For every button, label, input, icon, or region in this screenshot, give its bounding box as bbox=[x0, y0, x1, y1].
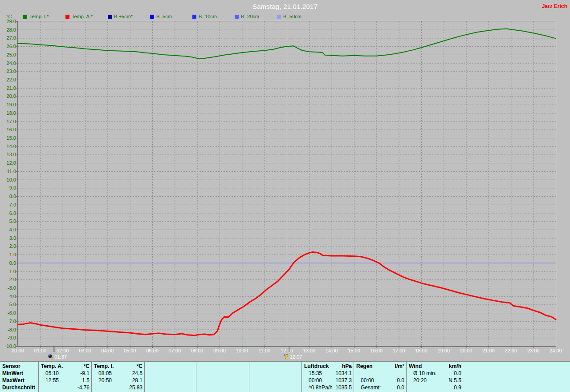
stats-filler bbox=[463, 362, 570, 392]
stats-column-temp-a: Temp. A.°C05:10-9.112:551.5-4.76 bbox=[39, 362, 92, 392]
stats-cell-time: 20:20 bbox=[407, 377, 427, 384]
stats-cell-time: 15:35 bbox=[302, 370, 322, 377]
y-tick-label: -4.0 bbox=[0, 294, 16, 299]
y-tick-label: 12.0 bbox=[0, 160, 16, 166]
stats-row-label: Sensor bbox=[0, 363, 38, 370]
stats-cell-time bbox=[39, 384, 45, 391]
stats-cell-value bbox=[247, 370, 249, 377]
stats-cell-value: 1.5 bbox=[82, 377, 91, 384]
stats-cell-value bbox=[247, 384, 249, 391]
x-tick-label: 14:00 bbox=[322, 348, 342, 354]
y-tick-label: 20.0 bbox=[0, 93, 16, 99]
stats-cell-value bbox=[194, 370, 196, 377]
y-tick-label: 24.0 bbox=[0, 61, 16, 66]
x-tick-label: 10:00 bbox=[232, 348, 252, 354]
y-tick-label: -2.0 bbox=[0, 277, 16, 283]
stats-cell-value: 28.1 bbox=[132, 377, 144, 384]
stats-col-unit bbox=[247, 363, 249, 370]
stats-col-unit bbox=[194, 363, 196, 370]
moonset-time-label: 12:07 bbox=[290, 354, 302, 360]
stats-column-temp-i: Temp. I.°C08:0524.520:5028.125.83 bbox=[92, 362, 145, 392]
y-tick-label: 25.0 bbox=[0, 52, 16, 58]
x-tick-label: 19:00 bbox=[434, 348, 453, 354]
stats-col-name bbox=[196, 363, 199, 370]
stats-cell-value bbox=[194, 377, 196, 384]
stats-col-unit: °C bbox=[137, 363, 144, 370]
stats-cell-value bbox=[194, 384, 196, 391]
stats-col-unit: km/h bbox=[449, 363, 463, 370]
y-tick-label: -1.0 bbox=[0, 269, 16, 275]
y-tick-label: 8.0 bbox=[0, 194, 16, 199]
stats-cell-time: ^0.8hPa/h bbox=[302, 384, 333, 391]
stats-cell-time: 00:00 bbox=[354, 377, 374, 384]
stats-column-empty-3 bbox=[196, 362, 249, 392]
stats-column-regen: Regenl/m²00:000.0Gesamt:0.0 bbox=[354, 362, 407, 392]
moonrise-time-label: 01:37 bbox=[54, 354, 67, 360]
stats-cell-value bbox=[300, 384, 301, 391]
stats-col-name bbox=[145, 363, 147, 370]
stats-cell-value: 25.83 bbox=[129, 384, 144, 391]
y-tick-label: 18.0 bbox=[0, 110, 16, 116]
stats-column-empty-2 bbox=[145, 362, 196, 392]
stats-col-unit: °C bbox=[84, 363, 91, 370]
y-tick-label: 17.0 bbox=[0, 119, 16, 125]
x-tick-label: 24:00 bbox=[546, 348, 566, 354]
stats-cell-value bbox=[300, 377, 301, 384]
x-tick-label: 06:00 bbox=[142, 348, 162, 354]
stats-cell-time bbox=[145, 384, 151, 391]
stats-cell-time bbox=[145, 370, 151, 377]
stats-row-label: Durchschnitt bbox=[0, 384, 38, 391]
stats-cell-value: 1037.3 bbox=[335, 377, 354, 384]
stats-col-unit bbox=[300, 363, 301, 370]
y-tick-label: 27.0 bbox=[0, 35, 16, 41]
stats-cell-time: 12:55 bbox=[39, 377, 59, 384]
y-tick-label: 2.0 bbox=[0, 243, 16, 249]
stats-cell-value bbox=[247, 377, 249, 384]
stats-cell-value: N 5.5 bbox=[448, 377, 463, 384]
stats-cell-value bbox=[404, 370, 406, 377]
moonrise-icon bbox=[48, 353, 53, 359]
stats-cell-time bbox=[196, 370, 203, 377]
stats-cell-value: 1034.1 bbox=[335, 370, 354, 377]
stats-col-unit: hPa bbox=[342, 363, 354, 370]
y-tick-label: -8.0 bbox=[0, 327, 16, 333]
x-tick-label: 01:00 bbox=[30, 348, 50, 354]
stats-cell-value: -9.1 bbox=[80, 370, 91, 377]
stats-cell-value: 0.9 bbox=[454, 384, 463, 391]
stats-cell-time bbox=[407, 384, 413, 391]
stats-col-name: Temp. I. bbox=[92, 363, 114, 370]
stats-cell-time: 20:50 bbox=[92, 377, 112, 384]
x-tick-label: 23:00 bbox=[524, 348, 543, 354]
stats-row-labels-column: SensorMinWertMaxWertDurchschnitt bbox=[0, 362, 39, 392]
x-tick-label: 18:00 bbox=[411, 348, 431, 354]
stats-cell-time bbox=[145, 377, 151, 384]
stats-col-name: Temp. A. bbox=[39, 363, 63, 370]
y-tick-label: 9.0 bbox=[0, 185, 16, 191]
x-tick-label: 15:00 bbox=[344, 348, 364, 354]
y-tick-label: 6.0 bbox=[0, 210, 16, 216]
stats-cell-time: 05:10 bbox=[39, 370, 59, 377]
y-tick-label: 26.0 bbox=[0, 44, 16, 49]
y-tick-label: 14.0 bbox=[0, 144, 16, 150]
stats-cell-value: 0.0 bbox=[397, 384, 406, 391]
stats-row-label: MinWert bbox=[0, 370, 38, 377]
stats-cell-time bbox=[249, 384, 256, 391]
moonset-icon bbox=[284, 353, 289, 359]
x-tick-label: 20:00 bbox=[456, 348, 476, 354]
x-tick-label: 09:00 bbox=[210, 348, 229, 354]
x-tick-label: 00:00 bbox=[8, 348, 28, 354]
x-tick-label: 03:00 bbox=[75, 348, 95, 354]
x-tick-label: 05:00 bbox=[120, 348, 140, 354]
y-tick-label: -9.0 bbox=[0, 335, 16, 341]
stats-cell-time bbox=[354, 370, 361, 377]
x-tick-label: 13:00 bbox=[299, 348, 319, 354]
stats-cell-time bbox=[196, 377, 203, 384]
stats-col-name: Wind bbox=[407, 363, 422, 370]
x-tick-label: 16:00 bbox=[366, 348, 386, 354]
event-marker-tick bbox=[53, 347, 55, 352]
y-tick-label: 23.0 bbox=[0, 69, 16, 74]
y-tick-label: 11.0 bbox=[0, 169, 16, 174]
stats-row-label: MaxWert bbox=[0, 377, 38, 384]
y-tick-label: 16.0 bbox=[0, 127, 16, 133]
x-tick-label: 11:00 bbox=[255, 348, 274, 354]
